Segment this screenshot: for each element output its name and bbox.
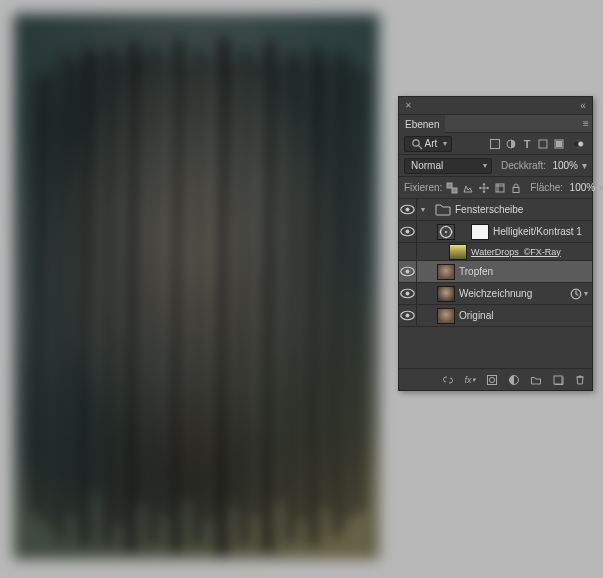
svg-point-0 — [413, 139, 419, 145]
blend-mode-value: Normal — [411, 160, 443, 171]
layer-row[interactable]: WaterDrops_©FX-Ray — [399, 243, 592, 261]
brush-strokes — [14, 14, 379, 559]
svg-point-14 — [406, 208, 410, 212]
lock-label: Fixieren: — [404, 182, 442, 193]
lock-transparent-icon[interactable] — [446, 182, 458, 194]
svg-line-1 — [419, 145, 422, 148]
svg-point-26 — [406, 292, 410, 296]
layer-row[interactable]: Weichzeichnung ▾ — [399, 283, 592, 305]
chevron-down-icon: ▾ — [483, 161, 487, 170]
svg-point-31 — [489, 377, 494, 382]
filter-adjust-icon[interactable] — [505, 138, 517, 150]
chevron-down-icon[interactable]: ▾ — [582, 160, 587, 171]
visibility-toggle[interactable] — [399, 199, 417, 220]
svg-rect-33 — [554, 376, 562, 384]
filter-kind-label: Art — [425, 138, 438, 149]
filter-row: Art ▾ T — [399, 133, 592, 155]
svg-rect-10 — [452, 188, 457, 193]
opacity-label: Deckkraft: — [501, 160, 546, 171]
chevron-down-icon: ▾ — [443, 139, 447, 148]
filter-toggle[interactable] — [569, 138, 587, 150]
svg-rect-4 — [539, 140, 547, 148]
tab-layers[interactable]: Ebenen — [399, 115, 445, 132]
panel-menu-icon[interactable]: ≡ — [580, 118, 592, 130]
lock-position-icon[interactable] — [478, 182, 490, 194]
layer-mask-thumb[interactable] — [471, 224, 489, 240]
filter-shape-icon[interactable] — [537, 138, 549, 150]
layer-thumb — [437, 264, 455, 280]
blend-row: Normal ▾ Deckkraft: 100% ▾ — [399, 155, 592, 177]
layer-group[interactable]: ▾ Fensterscheibe — [399, 199, 592, 221]
svg-point-8 — [578, 141, 583, 146]
link-icon — [459, 224, 467, 240]
layer-thumb — [437, 308, 455, 324]
visibility-toggle[interactable] — [399, 221, 417, 242]
close-icon[interactable]: ✕ — [402, 100, 414, 112]
new-adjustment-icon[interactable] — [508, 374, 520, 386]
svg-rect-11 — [496, 184, 504, 192]
delete-layer-icon[interactable] — [574, 374, 586, 386]
chevron-down-icon[interactable]: ▾ — [599, 182, 603, 193]
fx-badge[interactable]: ▾ — [570, 288, 588, 300]
folder-expand-icon[interactable]: ▾ — [421, 205, 431, 214]
layer-name: Weichzeichnung — [459, 288, 532, 299]
panel-footer: fx▾ — [399, 368, 592, 390]
tab-label: Ebenen — [405, 119, 439, 130]
layer-row[interactable]: Tropfen — [399, 261, 592, 283]
layer-thumb — [437, 286, 455, 302]
layer-name: Original — [459, 310, 493, 321]
layer-name: Tropfen — [459, 266, 493, 277]
filter-kind-select[interactable]: Art ▾ — [404, 136, 452, 152]
fill-value[interactable]: 100% — [567, 182, 595, 193]
canvas[interactable] — [14, 14, 379, 559]
layer-row[interactable]: Original — [399, 305, 592, 327]
group-name: Fensterscheibe — [455, 204, 523, 215]
visibility-toggle[interactable] — [399, 305, 417, 326]
search-icon — [411, 138, 423, 150]
smart-filter-icon — [570, 288, 582, 300]
svg-point-29 — [406, 314, 410, 318]
layer-name: Helligkeit/Kontrast 1 — [493, 226, 582, 237]
panel-header: ✕ « — [399, 97, 592, 115]
layer-thumb — [449, 244, 467, 260]
opacity-value[interactable]: 100% — [550, 160, 578, 171]
svg-rect-12 — [513, 187, 519, 192]
folder-icon — [435, 202, 451, 218]
visibility-toggle[interactable] — [399, 243, 417, 260]
fill-label: Fläche: — [530, 182, 563, 193]
link-layers-icon[interactable] — [442, 374, 454, 386]
layer-fx-icon[interactable]: fx▾ — [464, 374, 476, 386]
panel-tabs: Ebenen ≡ — [399, 115, 592, 133]
layer-name: WaterDrops_©FX-Ray — [471, 247, 561, 257]
new-layer-icon[interactable] — [552, 374, 564, 386]
lock-artboard-icon[interactable] — [494, 182, 506, 194]
svg-rect-30 — [488, 375, 497, 384]
svg-rect-6 — [557, 141, 562, 146]
lock-row: Fixieren: Fläche: 100% ▾ — [399, 177, 592, 199]
lock-pixels-icon[interactable] — [462, 182, 474, 194]
visibility-toggle[interactable] — [399, 283, 417, 304]
lock-all-icon[interactable] — [510, 182, 522, 194]
svg-rect-2 — [491, 139, 500, 148]
blend-mode-select[interactable]: Normal ▾ — [404, 158, 492, 174]
chevron-down-icon: ▾ — [584, 289, 588, 298]
filter-pixel-icon[interactable] — [489, 138, 501, 150]
visibility-toggle[interactable] — [399, 261, 417, 282]
filter-type-icon[interactable]: T — [521, 138, 533, 150]
svg-point-24 — [406, 270, 410, 274]
svg-point-16 — [406, 230, 410, 234]
filter-smart-icon[interactable] — [553, 138, 565, 150]
layer-row[interactable]: Helligkeit/Kontrast 1 — [399, 221, 592, 243]
adjustment-icon — [437, 224, 455, 240]
collapse-icon[interactable]: « — [577, 100, 589, 112]
new-group-icon[interactable] — [530, 374, 542, 386]
svg-rect-9 — [447, 183, 452, 188]
add-mask-icon[interactable] — [486, 374, 498, 386]
layer-list: ▾ Fensterscheibe Helligkeit/Kontrast 1 — [399, 199, 592, 368]
layers-panel: ✕ « Ebenen ≡ Art ▾ T Normal ▾ — [398, 96, 593, 391]
svg-point-18 — [445, 231, 447, 233]
